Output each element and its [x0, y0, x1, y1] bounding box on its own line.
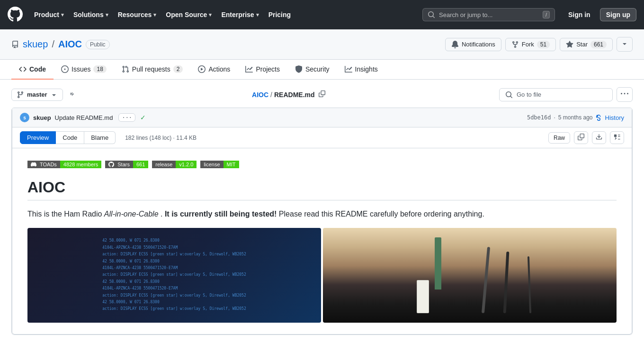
nav-enterprise[interactable]: Enterprise ▾ [217, 8, 262, 21]
search-goto-icon [505, 91, 513, 99]
commit-message: Update README.md [55, 114, 113, 121]
commit-hash: ··· [118, 113, 135, 122]
repo-header: skuep / AIOC Public Notifications Fork 5… [0, 29, 644, 60]
readme-intro: This is the Ham Radio All-in-one-Cable .… [27, 208, 617, 220]
breadcrumb-file: README.md [274, 91, 315, 99]
license-badge[interactable]: license MIT [200, 160, 239, 169]
tab-navigation: Code Issues 18 Pull requests 2 Actions P… [0, 60, 644, 80]
fork-button[interactable]: Fork 51 [505, 38, 556, 51]
repo-actions: Notifications Fork 51 Star 661 [445, 37, 633, 52]
goto-file-button[interactable]: Go to file [499, 88, 613, 101]
star-icon [566, 41, 573, 48]
toads-badge[interactable]: TOADs 4828 members [27, 160, 101, 169]
blame-tab[interactable]: Blame [84, 131, 116, 144]
screen-capture: 42 58.0000, W 071 26.8300 4104L-APZNCA-4… [27, 228, 321, 323]
nav-pricing[interactable]: Pricing [265, 8, 295, 21]
readme-images: 42 58.0000, W 071 26.8300 4104L-APZNCA-4… [27, 228, 617, 323]
file-toolbar-right: Go to file [499, 87, 633, 102]
history-icon [596, 114, 603, 121]
branch-name: master [27, 91, 47, 98]
code-icon [19, 65, 27, 73]
tab-code[interactable]: Code [11, 60, 54, 80]
release-badge[interactable]: release v1.2.0 [152, 160, 197, 169]
more-options-button[interactable] [617, 87, 633, 102]
notifications-button[interactable]: Notifications [445, 38, 501, 51]
file-viewer: master AIOC / README.md [0, 80, 644, 343]
nav-open-source[interactable]: Open Source ▾ [162, 8, 215, 21]
tab-pullrequests[interactable]: Pull requests 2 [114, 60, 191, 80]
copy-file-icon [578, 134, 584, 140]
pr-count: 2 [173, 65, 183, 73]
tab-issues[interactable]: Issues 18 [54, 60, 114, 80]
repo-name-link[interactable]: AIOC [58, 39, 82, 50]
tab-projects[interactable]: Projects [238, 60, 287, 80]
sidebar-icon [69, 90, 76, 98]
goto-label: Go to file [517, 91, 541, 98]
intro-rest: Please read this README carefully before… [279, 210, 484, 218]
breadcrumb-sep: / [270, 91, 272, 99]
intro-bold: It is currently still being tested! [165, 210, 277, 218]
code-tab[interactable]: Code [56, 131, 84, 144]
readme-image-left: 42 58.0000, W 071 26.8300 4104L-APZNCA-4… [27, 228, 321, 323]
commit-dot: · [554, 114, 555, 121]
star-label: Star [576, 41, 588, 48]
more-button[interactable] [617, 37, 633, 52]
tab-code-label: Code [29, 65, 46, 73]
nav-product[interactable]: Product ▾ [30, 8, 68, 21]
issue-icon [61, 65, 69, 73]
nav-resources[interactable]: Resources ▾ [114, 8, 161, 21]
readme-image-right [323, 228, 617, 323]
folder-expand-button[interactable] [67, 88, 78, 101]
tab-projects-label: Projects [256, 65, 280, 73]
view-tabs-bar: Preview Code Blame 182 lines (148 loc) ·… [12, 127, 632, 148]
check-icon: ✓ [140, 114, 146, 121]
download-icon [596, 134, 602, 140]
notifications-label: Notifications [462, 41, 495, 48]
file-toolbar: master AIOC / README.md [11, 87, 633, 102]
commit-user[interactable]: skuep [33, 114, 51, 121]
tab-actions-label: Actions [208, 65, 230, 73]
github-logo[interactable] [8, 7, 23, 23]
commit-bar: s skuep Update README.md ··· ✓ 5dbe16d ·… [12, 108, 632, 127]
stars-badge[interactable]: Stars 661 [105, 160, 148, 169]
repo-icon [11, 41, 19, 48]
search-bar[interactable]: Search or jump to... / [422, 8, 555, 21]
star-button[interactable]: Star 661 [560, 38, 613, 51]
enterprise-chevron-icon: ▾ [256, 12, 259, 18]
pr-icon [122, 65, 129, 73]
view-tab-group: Preview Code Blame [20, 131, 116, 144]
readme-content: TOADs 4828 members Stars 661 r [12, 148, 632, 335]
commit-meta: 5dbe16d · 5 months ago History [527, 114, 624, 121]
breadcrumb: AIOC / README.md [252, 90, 325, 99]
tab-actions[interactable]: Actions [190, 60, 238, 80]
nav-right: Sign in Sign up [563, 8, 636, 21]
outline-button[interactable] [610, 131, 624, 144]
signin-button[interactable]: Sign in [563, 8, 596, 21]
repo-title-group: skuep / AIOC Public [11, 39, 110, 50]
raw-button[interactable]: Raw [548, 132, 570, 144]
tab-security[interactable]: Security [287, 60, 337, 80]
history-link[interactable]: History [596, 114, 624, 121]
history-label: History [605, 114, 624, 121]
intro-italic: All-in-one-Cable [104, 210, 159, 218]
readme-title: AIOC [27, 179, 617, 200]
tab-pr-label: Pull requests [132, 65, 170, 73]
tab-insights[interactable]: Insights [337, 60, 385, 80]
tab-issues-label: Issues [72, 65, 90, 73]
nav-solutions[interactable]: Solutions ▾ [70, 8, 112, 21]
resources-chevron-icon: ▾ [153, 12, 156, 18]
chevron-down-branch-icon [50, 91, 58, 99]
download-button[interactable] [592, 131, 606, 144]
repo-owner-link[interactable]: skuep [23, 39, 48, 50]
branch-selector[interactable]: master [11, 89, 63, 101]
copy-file-button[interactable] [574, 131, 588, 144]
signup-button[interactable]: Sign up [600, 8, 636, 21]
search-shortcut: / [543, 11, 550, 18]
cable-photo [323, 228, 617, 323]
intro-period: . [161, 210, 165, 218]
preview-tab[interactable]: Preview [20, 131, 56, 144]
visibility-badge: Public [86, 40, 110, 49]
search-placeholder: Search or jump to... [439, 11, 539, 18]
copy-path-button[interactable] [319, 90, 325, 99]
breadcrumb-repo[interactable]: AIOC [252, 91, 268, 99]
